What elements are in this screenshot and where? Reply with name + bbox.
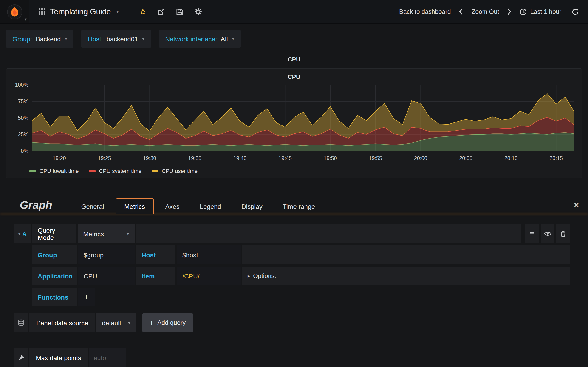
host-value-field[interactable]: $host: [177, 245, 241, 264]
query-row-mode: ▾ A Query Mode Metrics ▾ ≡: [14, 224, 570, 243]
dashboard-settings-button[interactable]: [194, 8, 202, 16]
svg-text:19:25: 19:25: [98, 155, 111, 161]
add-query-button[interactable]: + Add query: [142, 313, 193, 332]
caret-down-icon: ▾: [142, 36, 145, 41]
editor-tabs-row: Graph General Metrics Axes Legend Displa…: [0, 198, 588, 214]
caret-right-icon: ▸: [248, 273, 250, 278]
share-dashboard-button[interactable]: [157, 8, 165, 15]
query-editor: ▾ A Query Mode Metrics ▾ ≡: [14, 224, 570, 307]
star-dashboard-button[interactable]: ☆: [139, 7, 147, 17]
back-to-dashboard-link[interactable]: Back to dashboard: [399, 8, 451, 15]
panel-title[interactable]: CPU: [6, 55, 582, 64]
variable-dropdown-network-interface[interactable]: Network interface: All ▾: [159, 30, 241, 48]
time-shift-left-button[interactable]: [458, 7, 464, 16]
tab-metrics[interactable]: Metrics: [115, 198, 154, 214]
cpu-panel: CPU CPU 0%25%50%75%100%19:2019:2519:3019…: [6, 55, 582, 178]
legend-label: CPU iowait time: [40, 168, 79, 174]
save-icon: [176, 8, 183, 15]
query-row-application-item: Application CPU Item /CPU/ ▸ Options:: [32, 267, 570, 285]
svg-text:19:40: 19:40: [233, 155, 247, 161]
query-delete-button[interactable]: [556, 224, 570, 243]
chart-legend: CPU iowait time CPU system time CPU user…: [11, 166, 577, 175]
org-switcher-caret-icon: ▾: [25, 17, 27, 22]
variable-label: Host:: [88, 35, 103, 42]
datasource-select[interactable]: default ▾: [96, 313, 136, 332]
application-value-field[interactable]: CPU: [78, 267, 135, 285]
caret-down-icon: ▾: [127, 231, 129, 236]
legend-label: CPU user time: [162, 168, 198, 174]
tab-display[interactable]: Display: [233, 198, 271, 214]
navbar-actions: ☆: [128, 0, 213, 23]
editor-tabs: General Metrics Axes Legend Display Time…: [72, 198, 324, 214]
application-label: Application: [32, 267, 77, 285]
database-icon: [18, 319, 24, 326]
star-icon: ☆: [139, 7, 147, 17]
svg-text:75%: 75%: [18, 98, 28, 104]
add-query-label: Add query: [157, 319, 186, 326]
query-toggle-visibility-button[interactable]: [541, 224, 554, 243]
wrench-icon-cell: [14, 348, 28, 367]
chevron-left-icon: [459, 8, 463, 15]
datasource-value: default: [102, 319, 121, 326]
caret-down-icon: ▾: [65, 36, 67, 41]
options-toggle[interactable]: ▸ Options:: [242, 267, 570, 285]
clock-icon: [520, 8, 527, 15]
template-variables-row: Group: Backend ▾ Host: backend01 ▾ Netwo…: [0, 24, 588, 48]
tab-axes[interactable]: Axes: [156, 198, 188, 214]
zoom-out-button[interactable]: Zoom Out: [472, 8, 499, 15]
cpu-area-chart[interactable]: 0%25%50%75%100%19:2019:2519:3019:3519:40…: [11, 82, 579, 166]
panel-data-source-label: Panel data source: [29, 313, 95, 332]
query-row-group-host: Group $group Host $host: [32, 245, 570, 264]
variable-dropdown-group[interactable]: Group: Backend ▾: [6, 30, 74, 48]
legend-item-iowait[interactable]: CPU iowait time: [29, 168, 79, 174]
variable-value: All: [221, 35, 228, 42]
host-label: Host: [136, 245, 175, 264]
query-mode-select[interactable]: Metrics ▾: [78, 224, 135, 243]
variable-dropdown-host[interactable]: Host: backend01 ▾: [82, 30, 151, 48]
menu-icon: ≡: [530, 230, 534, 238]
collapse-caret-icon: ▾: [18, 232, 20, 236]
legend-item-system[interactable]: CPU system time: [89, 168, 141, 174]
item-label: Item: [136, 267, 175, 285]
datasource-icon-cell: [14, 313, 28, 332]
query-mode-label: Query Mode: [32, 224, 76, 243]
refresh-button[interactable]: [571, 8, 579, 15]
svg-text:20:05: 20:05: [459, 155, 473, 161]
dashboard-title-menu[interactable]: Templating Guide ▾: [29, 0, 128, 23]
trash-icon: [560, 230, 566, 237]
max-data-points-input[interactable]: [89, 348, 126, 367]
query-collapse-toggle[interactable]: ▾ A: [14, 224, 31, 243]
caret-down-icon: ▾: [128, 320, 130, 325]
svg-text:19:20: 19:20: [52, 155, 66, 161]
refresh-icon: [571, 8, 579, 15]
query-mode-value: Metrics: [83, 230, 104, 237]
svg-text:19:30: 19:30: [143, 155, 156, 161]
legend-swatch-icon: [89, 170, 96, 172]
save-dashboard-button[interactable]: [176, 8, 183, 15]
time-range-picker[interactable]: Last 1 hour: [520, 8, 561, 15]
svg-text:50%: 50%: [18, 115, 28, 121]
time-range-label: Last 1 hour: [530, 8, 561, 15]
svg-text:19:35: 19:35: [188, 155, 201, 161]
item-value-field[interactable]: /CPU/: [177, 267, 241, 285]
grafana-logo-icon: [7, 4, 22, 19]
grafana-logo-button[interactable]: ▾: [0, 0, 29, 23]
panel-editor: Graph General Metrics Axes Legend Displa…: [0, 198, 588, 367]
add-function-button[interactable]: +: [78, 288, 95, 307]
svg-text:19:55: 19:55: [369, 155, 382, 161]
time-shift-right-button[interactable]: [506, 7, 512, 16]
svg-text:19:45: 19:45: [279, 155, 292, 161]
dashboard-grid-icon: [39, 8, 45, 15]
grafana-app: ▾ Templating Guide ▾ ☆: [0, 0, 588, 367]
legend-label: CPU system time: [99, 168, 141, 174]
tab-legend[interactable]: Legend: [191, 198, 230, 214]
group-value-field[interactable]: $group: [78, 245, 135, 264]
query-menu-button[interactable]: ≡: [525, 224, 539, 243]
close-editor-button[interactable]: ×: [574, 201, 579, 209]
datasource-row: Panel data source default ▾ + Add query: [14, 313, 570, 332]
chevron-right-icon: [507, 8, 511, 15]
tab-time-range[interactable]: Time range: [274, 198, 324, 214]
tab-general[interactable]: General: [72, 198, 113, 214]
max-data-points-row: Max data points: [14, 348, 570, 367]
legend-item-user[interactable]: CPU user time: [152, 168, 198, 174]
